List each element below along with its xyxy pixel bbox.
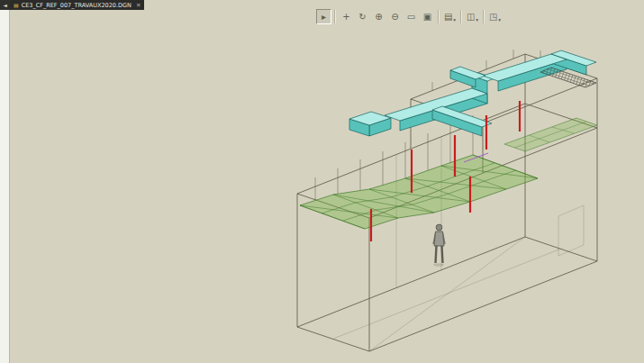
duct-grille [540, 68, 596, 87]
display-style-button[interactable]: ▤ ▾ [442, 9, 458, 24]
toolbar-separator [438, 10, 440, 23]
zoom-window-button[interactable]: ▭ [404, 9, 419, 24]
tab-scroll-button[interactable]: ◄ [0, 0, 10, 10]
pan-view-button[interactable]: + [339, 9, 354, 24]
back-arrow-icon: ◄ [3, 2, 7, 8]
zoom-in-icon: ⊕ [375, 10, 382, 23]
zoom-out-icon: ⊖ [391, 10, 398, 23]
rotate-view-button[interactable]: ↻ [355, 9, 370, 24]
zoom-window-icon: ▭ [407, 10, 415, 23]
view-orientation-button[interactable]: ◫ ▾ [465, 9, 480, 24]
chevron-down-icon: ▾ [498, 16, 501, 23]
file-tab[interactable]: ▤ CE3_CF_REF_007_TRAVAUX2020.DGN ✕ [10, 0, 144, 10]
view-window-1[interactable] [9, 10, 644, 363]
zoom-out-button[interactable]: ⊖ [387, 9, 403, 24]
fit-view-icon: ▣ [423, 10, 431, 23]
left-panel-strip [0, 10, 10, 363]
toolbar-separator [334, 10, 336, 23]
display-style-icon: ▤ [444, 10, 452, 23]
tab-bar: ◄ ▤ CE3_CF_REF_007_TRAVAUX2020.DGN ✕ [0, 0, 144, 10]
rotate-icon: ↻ [358, 10, 366, 23]
element-selection-button[interactable]: ▸ [316, 9, 331, 24]
zoom-in-button[interactable]: ⊕ [371, 9, 386, 24]
view-cube-icon: ◫ [467, 10, 475, 23]
close-tab-icon[interactable]: ✕ [136, 2, 141, 9]
human-scale-figure [433, 224, 445, 267]
application-window: ◄ ▤ CE3_CF_REF_007_TRAVAUX2020.DGN ✕ ▸ +… [0, 0, 644, 363]
document-icon: ▤ [14, 2, 19, 8]
fit-view-button[interactable]: ▣ [420, 9, 435, 24]
copy-view-icon: ◳ [489, 10, 497, 23]
view-toolbar: ▸ + ↻ ⊕ ⊖ ▭ ▣ ▤ ▾ ◫ ▾ ◳ [316, 8, 503, 25]
toolbar-separator [483, 10, 485, 23]
pan-icon: + [342, 10, 349, 23]
selection-arrow-icon: ▸ [322, 10, 326, 23]
file-tab-label: CE3_CF_REF_007_TRAVAUX2020.DGN [22, 2, 132, 9]
ceiling-mesh [300, 118, 597, 229]
toolbar-separator [460, 10, 462, 23]
copy-view-button[interactable]: ◳ ▾ [487, 9, 503, 24]
chevron-down-icon: ▾ [476, 16, 478, 23]
chevron-down-icon: ▾ [453, 16, 456, 23]
